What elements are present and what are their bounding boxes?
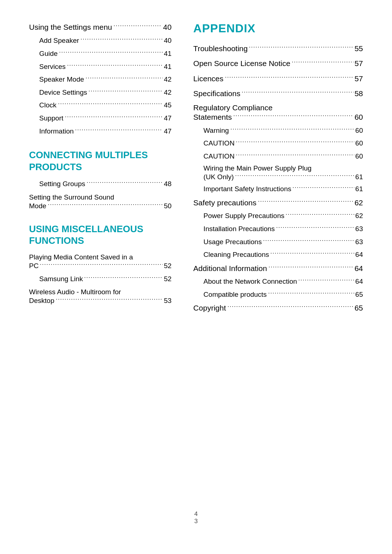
page-number: 40 (164, 36, 171, 46)
toc-entry-warning: Warning 60 (193, 126, 363, 136)
toc-entry-cleaning: Cleaning Precautions 64 (193, 250, 363, 260)
page-number: 55 (355, 43, 363, 54)
entry-label: Specifications (193, 88, 241, 99)
entry-label: Usage Precautions (204, 237, 262, 247)
toc-entry-information: Information 47 (29, 127, 172, 136)
page-number: 48 (164, 179, 171, 189)
entry-label: Regulatory Compliance (193, 103, 273, 112)
dots (85, 75, 163, 82)
page-number: 60 (355, 126, 363, 136)
page-number: 42 (164, 88, 171, 98)
dots (285, 211, 354, 218)
page-number: 52 (164, 262, 171, 270)
left-column: Using the Settings menu 40 Add Speaker 4… (29, 22, 186, 496)
page-number: 63 (355, 237, 363, 247)
dots (268, 290, 354, 297)
page-number: 41 (164, 62, 171, 72)
appendix-header: APPENDIX (193, 22, 363, 35)
dots (80, 36, 163, 43)
page-number: 50 (164, 202, 171, 210)
right-column: APPENDIX Troubleshooting 55 Open Source … (186, 22, 363, 496)
entry-label: Using the Settings menu (29, 22, 112, 32)
entry-label: Playing Media Content Saved in a (29, 253, 133, 261)
page-number-bottom: 3 (29, 518, 363, 525)
toc-entry-important-safety: Important Safety Instructions 61 (193, 184, 363, 194)
toc-entry-wireless-audio: Wireless Audio - Multiroom for Desktop 5… (29, 288, 172, 305)
entry-label: Speaker Mode (39, 75, 84, 85)
page-number: 57 (355, 73, 363, 84)
entry-label: Clock (39, 100, 57, 110)
entry-label-cont: (UK Only) (204, 173, 234, 181)
page-number: 40 (163, 22, 171, 32)
section-connecting-header: CONNECTING MULTIPLES PRODUCTS (29, 149, 172, 173)
dots (263, 237, 354, 244)
toc-entry-support: Support 47 (29, 114, 172, 123)
toc-entry-setting-groups: Setting Groups 48 (29, 179, 172, 189)
dots (241, 89, 353, 96)
page-number: 47 (164, 114, 171, 123)
page-number: 62 (355, 211, 363, 221)
toc-entry-playing-media: Playing Media Content Saved in a PC 52 (29, 253, 172, 270)
toc-entry-specifications: Specifications 58 (193, 88, 363, 99)
toc-entry-samsung-link: Samsung Link 52 (29, 274, 172, 284)
dots (113, 22, 162, 30)
entry-label-cont: Mode (29, 202, 46, 210)
two-column-layout: Using the Settings menu 40 Add Speaker 4… (29, 22, 363, 496)
toc-entry-troubleshooting: Troubleshooting 55 (193, 43, 363, 54)
dots (236, 152, 354, 159)
toc-entry-usage: Usage Precautions 63 (193, 237, 363, 247)
dots (59, 49, 163, 56)
toc-entry-services: Services 41 (29, 62, 172, 72)
dots (276, 224, 354, 231)
page-number: 52 (164, 274, 171, 284)
toc-entry-caution-2: CAUTION 60 (193, 152, 363, 161)
dots (56, 296, 163, 303)
entry-label: Power Supply Precautions (204, 211, 285, 221)
toc-entry-device-settings: Device Settings 42 (29, 88, 172, 98)
entry-label: Warning (204, 126, 229, 136)
dots (227, 303, 354, 311)
entry-label-cont: PC (29, 262, 38, 270)
page-number: 65 (355, 290, 363, 300)
entry-label: Licences (193, 73, 224, 84)
entry-label: Device Settings (39, 88, 87, 98)
entry-label: Open Source License Notice (193, 58, 290, 69)
page-number: 61 (355, 173, 363, 181)
toc-entry-settings-menu: Using the Settings menu 40 (29, 22, 172, 32)
page-number: 60 (355, 113, 363, 122)
page-number: 65 (355, 303, 363, 313)
dots (40, 261, 163, 268)
entry-label: Important Safety Instructions (204, 184, 291, 194)
dots (58, 100, 163, 107)
dots (88, 88, 163, 95)
dots (233, 112, 354, 120)
dots (236, 139, 354, 145)
entry-label: Compatible products (204, 290, 267, 300)
entry-label: Guide (39, 49, 58, 59)
entry-label: Troubleshooting (193, 43, 248, 54)
entry-label: Cleaning Precautions (204, 250, 269, 260)
entry-label: Services (39, 62, 66, 72)
page-number: 53 (164, 297, 171, 305)
toc-entry-copyright: Copyright 65 (193, 303, 363, 313)
toc-entry-regulatory: Regulatory Compliance Statements 60 (193, 103, 363, 122)
toc-entry-network: About the Network Connection 64 (193, 277, 363, 287)
dots (230, 126, 354, 133)
page-number: 64 (355, 263, 363, 274)
entry-label: Safety precautions (193, 197, 257, 208)
entry-label: Copyright (193, 303, 226, 313)
entry-label: Wiring the Main Power Supply Plug (204, 164, 312, 172)
dots (298, 277, 354, 284)
entry-label: Support (39, 114, 64, 123)
entry-label: Setting Groups (39, 179, 85, 189)
page-number: 42 (164, 75, 171, 85)
dots (65, 114, 163, 120)
page-number: 63 (355, 224, 363, 234)
toc-entry-speaker-mode: Speaker Mode 42 (29, 75, 172, 85)
dots (292, 184, 354, 191)
entry-label: Add Speaker (39, 36, 79, 46)
dots (84, 274, 163, 281)
dots (249, 44, 353, 51)
entry-label: CAUTION (204, 139, 235, 148)
entry-label: Setting the Surround Sound (29, 193, 114, 201)
